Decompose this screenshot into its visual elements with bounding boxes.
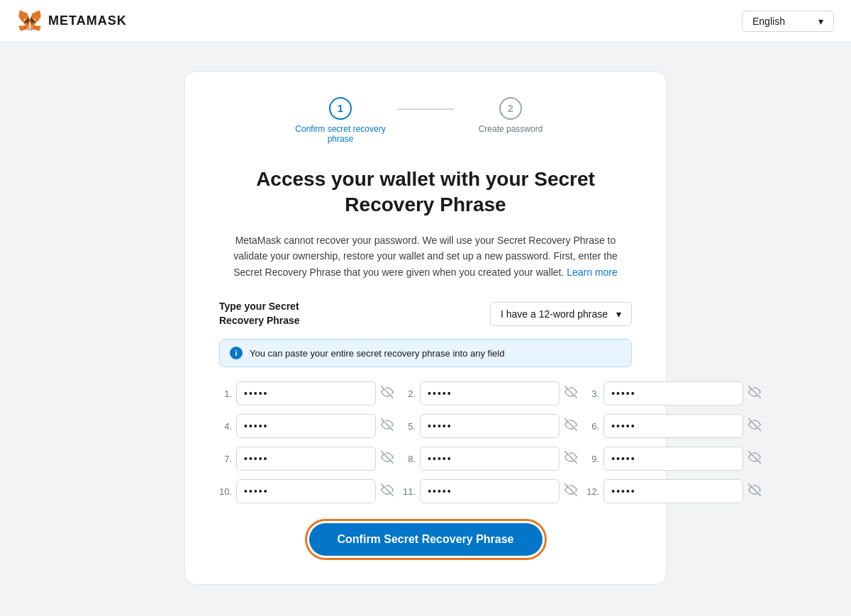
confirm-button[interactable]: Confirm Secret Recovery Phrase [309,523,543,556]
word-cell-3: 3. [586,381,762,405]
word-number-5: 5. [403,421,416,432]
phrase-type-select[interactable]: I have a 12-word phrase ▾ [490,302,632,326]
logo-area: METAMASK [17,9,127,34]
word-cell-12: 12. [586,479,762,503]
toggle-visibility-icon-4[interactable] [380,418,394,434]
step-1: 1 Confirm secret recovery phrase [284,97,397,144]
chevron-down-icon: ▾ [818,16,823,27]
word-cell-9: 9. [586,447,762,471]
toggle-visibility-icon-3[interactable] [747,386,762,401]
phrase-select-value: I have a 12-word phrase [501,308,608,320]
toggle-visibility-icon-1[interactable] [380,386,394,401]
language-label: English [752,16,785,27]
word-cell-2: 2. [403,381,578,405]
step-1-circle: 1 [329,97,352,120]
word-number-1: 1. [219,388,232,399]
word-input-12[interactable] [604,479,743,503]
info-icon: i [230,347,243,359]
toggle-visibility-icon-11[interactable] [564,483,578,499]
chevron-down-icon: ▾ [616,308,621,320]
step-2-circle: 2 [499,97,522,120]
word-number-10: 10. [219,486,232,497]
word-input-1[interactable] [236,381,376,405]
word-input-2[interactable] [420,381,560,405]
type-label: Type your Secret Recovery Phrase [219,300,333,327]
toggle-visibility-icon-9[interactable] [747,451,762,466]
word-number-9: 9. [586,454,599,464]
word-cell-7: 7. [219,447,394,471]
word-number-7: 7. [219,454,232,464]
word-input-5[interactable] [420,414,560,438]
word-number-11: 11. [403,486,416,497]
main-content: 1 Confirm secret recovery phrase 2 Creat… [0,43,851,613]
header: METAMASK English ▾ [0,0,851,43]
toggle-visibility-icon-6[interactable] [747,418,762,434]
word-input-3[interactable] [604,381,743,405]
logo-text: METAMASK [48,13,127,28]
toggle-visibility-icon-5[interactable] [564,418,578,434]
word-input-10[interactable] [236,479,376,503]
word-input-4[interactable] [236,414,376,438]
toggle-visibility-icon-2[interactable] [564,386,578,401]
info-text: You can paste your entire secret recover… [250,348,504,359]
word-cell-4: 4. [219,414,394,438]
step-2: 2 Create password [454,97,567,134]
word-input-8[interactable] [420,447,560,471]
step-connector [397,108,454,110]
word-input-7[interactable] [236,447,376,471]
step-1-label: Confirm secret recovery phrase [284,124,397,144]
word-cell-10: 10. [219,479,394,503]
word-input-9[interactable] [604,447,743,471]
learn-more-link[interactable]: Learn more [567,267,618,278]
toggle-visibility-icon-8[interactable] [564,451,578,466]
word-input-11[interactable] [420,479,560,503]
word-number-2: 2. [403,388,416,399]
page-description: MetaMask cannot recover your password. W… [219,233,632,280]
word-cell-5: 5. [403,414,578,438]
word-grid: 1. 2. 3. 4. 5. 6. 7. 8. [219,381,632,503]
toggle-visibility-icon-12[interactable] [747,483,762,499]
toggle-visibility-icon-10[interactable] [380,483,394,499]
word-cell-11: 11. [403,479,578,503]
toggle-visibility-icon-7[interactable] [380,451,394,466]
word-number-4: 4. [219,421,232,432]
word-number-6: 6. [586,421,599,432]
metamask-logo-icon [17,9,43,34]
step-2-label: Create password [479,124,543,134]
word-number-8: 8. [403,454,416,464]
info-banner: i You can paste your entire secret recov… [219,339,632,367]
page-title: Access your wallet with your Secret Reco… [219,167,632,218]
word-number-3: 3. [586,388,599,399]
main-card: 1 Confirm secret recovery phrase 2 Creat… [184,71,667,585]
word-number-12: 12. [586,486,599,497]
confirm-btn-wrapper: Confirm Secret Recovery Phrase [219,523,632,556]
word-cell-1: 1. [219,381,394,405]
stepper: 1 Confirm secret recovery phrase 2 Creat… [219,97,632,144]
word-cell-8: 8. [403,447,578,471]
word-cell-6: 6. [586,414,762,438]
word-input-6[interactable] [604,414,743,438]
type-row: Type your Secret Recovery Phrase I have … [219,300,632,327]
language-selector[interactable]: English ▾ [742,11,834,32]
